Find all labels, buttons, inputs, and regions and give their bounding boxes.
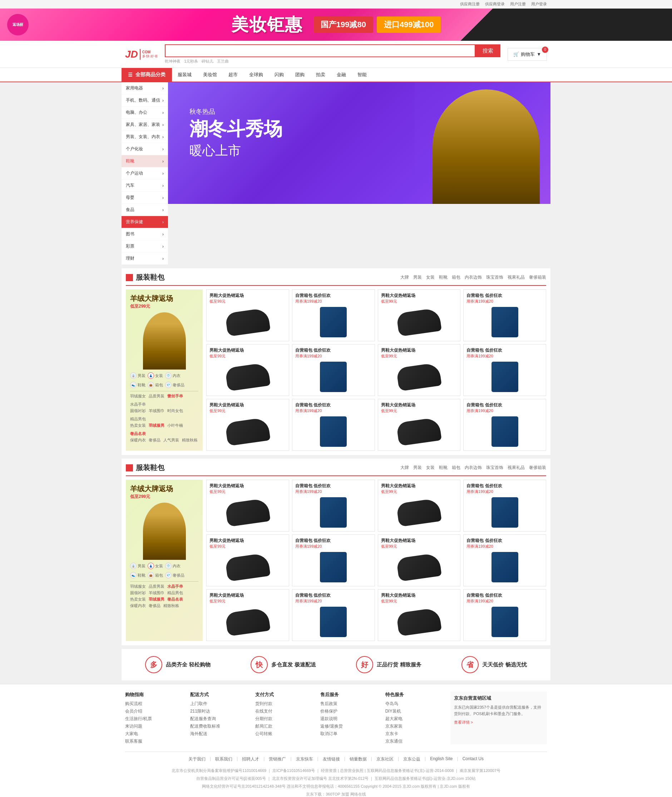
search-input[interactable] — [165, 44, 475, 57]
s2-product-4[interactable]: 男鞋大促热销返场 低至99元 — [206, 534, 289, 586]
sidebar-item-books[interactable]: 图书› — [122, 228, 168, 241]
footer-link-2-0[interactable]: 货到付款 — [255, 701, 315, 707]
section2-tab-4[interactable]: 箱包 — [452, 465, 461, 471]
hot-keyword-1[interactable]: 乾坤神夜 — [165, 59, 181, 64]
supplier-login-link[interactable]: 供应商登录 — [485, 2, 505, 7]
link-11[interactable]: 小叶牛楠 — [167, 423, 183, 428]
s2-product-6[interactable]: 男鞋大促热销返场 低至99元 — [378, 534, 461, 586]
footer-link-4-2[interactable]: 超大家电 — [385, 716, 445, 722]
link-1[interactable]: 羽绒服女 — [130, 393, 146, 399]
footer-nav-1[interactable]: 联系我们 — [215, 756, 232, 762]
nav-item-7[interactable]: 金融 — [331, 68, 352, 82]
s2-product-9[interactable]: 自营箱包 低价狂欢 用券满199减20 — [292, 589, 375, 641]
product-card-3[interactable]: 自营箱包 低价狂欢 用券满199减20 — [463, 289, 546, 341]
nav-item-0[interactable]: 服装城 — [172, 68, 197, 82]
link-7[interactable]: 时尚女包 — [167, 408, 183, 414]
section2-tab-3[interactable]: 鞋靴 — [439, 465, 448, 471]
s2-product-3[interactable]: 自营箱包 低价狂欢 用券满199减20 — [463, 480, 546, 532]
supplier-register-link[interactable]: 供应商注册 — [460, 2, 480, 7]
s2-product-5[interactable]: 自营箱包 低价狂欢 用券满199减20 — [292, 534, 375, 586]
link-8[interactable]: 精品男包 — [130, 416, 146, 422]
footer-nav-0[interactable]: 关于我们 — [188, 756, 206, 762]
cat-bags[interactable]: 👜 箱包 — [148, 382, 163, 388]
footer-link-2-4[interactable]: 公司转账 — [255, 731, 315, 737]
sidebar-item-home-appliance[interactable]: 家用电器› — [122, 82, 168, 95]
sidebar-item-baby[interactable]: 母婴› — [122, 192, 168, 204]
section2-tab-6[interactable]: 珠宝首饰 — [486, 465, 503, 471]
product-card-1[interactable]: 自营箱包 低价狂欢 用券满199减20 — [292, 289, 375, 341]
product-card-10[interactable]: 男鞋大促热销返场 低至99元 — [378, 399, 461, 451]
footer-link-2-1[interactable]: 在线支付 — [255, 708, 315, 714]
link-15[interactable]: 人气男装 — [163, 438, 179, 443]
footer-link-0-5[interactable]: 联系客服 — [125, 738, 185, 744]
section1-tab-6[interactable]: 珠宝首饰 — [486, 274, 503, 281]
cart-button[interactable]: 🛒 购物车 0 ▼ — [507, 48, 547, 61]
s2-product-8[interactable]: 男鞋大促热销返场 低至99元 — [206, 589, 289, 641]
sidebar-item-health[interactable]: 营养保健› — [122, 216, 168, 228]
product-card-0[interactable]: 男鞋大促热销返场 低至99元 — [206, 289, 289, 341]
footer-link-3-0[interactable]: 售后政策 — [320, 701, 380, 707]
nav-item-4[interactable]: 闪购 — [269, 68, 290, 82]
footer-view-more-link[interactable]: 查看详情 > — [454, 720, 543, 725]
section2-tab-0[interactable]: 大牌 — [400, 465, 409, 471]
section1-tab-7[interactable]: 视果礼品 — [507, 274, 525, 281]
section1-tab-0[interactable]: 大牌 — [400, 274, 409, 281]
cat-underwear[interactable]: 👕 内衣 — [165, 372, 181, 379]
section1-tab-8[interactable]: 奢侈箱装 — [529, 274, 546, 281]
link-4[interactable]: 水晶手串 — [130, 402, 146, 407]
footer-link-2-2[interactable]: 分期付款 — [255, 716, 315, 722]
footer-nav-7[interactable]: 京东社区 — [376, 756, 394, 762]
sidebar-item-clothing[interactable]: 男装、女装、内衣› — [122, 131, 168, 143]
nav-item-2[interactable]: 超市 — [223, 68, 243, 82]
section1-tab-3[interactable]: 鞋靴 — [439, 274, 448, 281]
link-5[interactable]: 圆领衬衫 — [130, 408, 146, 414]
cat2-bags[interactable]: 👜 箱包 — [148, 572, 163, 579]
hot-keyword-3[interactable]: 碎钻儿 — [202, 59, 213, 64]
s2-product-2[interactable]: 男鞋大促热销返场 低至99元 — [378, 480, 461, 532]
search-button[interactable]: 搜索 — [475, 44, 501, 57]
footer-nav-5[interactable]: 友情链接 — [323, 756, 340, 762]
footer-link-1-3[interactable]: 配送费收取标准 — [190, 723, 250, 730]
sidebar-item-beauty[interactable]: 个户化妆› — [122, 143, 168, 155]
cat2-shoes[interactable]: 👟 鞋靴 — [130, 572, 146, 579]
hot-keyword-4[interactable]: 王兰曲 — [217, 59, 229, 64]
sidebar-item-food[interactable]: 食品› — [122, 204, 168, 216]
link-9[interactable]: 热卖女装 — [130, 423, 146, 428]
section2-tab-1[interactable]: 男装 — [413, 465, 422, 471]
s2-product-11[interactable]: 自营箱包 低价狂欢 用券满199减20 — [463, 589, 546, 641]
footer-link-0-2[interactable]: 生活旅行/机票 — [125, 716, 185, 722]
s2-product-0[interactable]: 男鞋大促热销返场 低至99元 — [206, 480, 289, 532]
cat2-womenswear[interactable]: 👗 女装 — [148, 563, 163, 569]
link-13[interactable]: 保暖内衣 — [130, 438, 146, 443]
product-card-11[interactable]: 自营箱包 低价狂欢 用券满199减20 — [463, 399, 546, 451]
cat-menswear[interactable]: 👔 男装 — [130, 372, 146, 379]
footer-nav-2[interactable]: 招聘人才 — [242, 756, 259, 762]
section1-tab-4[interactable]: 箱包 — [452, 274, 461, 281]
footer-nav-4[interactable]: 京东快车 — [296, 756, 313, 762]
product-card-6[interactable]: 男鞋大促热销返场 低至99元 — [378, 344, 461, 396]
footer-link-4-4[interactable]: 京东卡 — [385, 731, 445, 737]
sidebar-item-furniture[interactable]: 家具、家居、家装› — [122, 119, 168, 131]
section2-tab-8[interactable]: 奢侈箱装 — [529, 465, 546, 471]
link-12-highlight[interactable]: 奢品名表 — [130, 431, 146, 436]
footer-link-0-0[interactable]: 购买流程 — [125, 701, 185, 707]
link-16[interactable]: 精致秋栋 — [182, 438, 198, 443]
footer-link-2-3[interactable]: 邮局汇款 — [255, 723, 315, 730]
cat2-menswear[interactable]: 👔 男装 — [130, 563, 146, 569]
footer-link-0-4[interactable]: 大家电 — [125, 731, 185, 737]
footer-link-0-3[interactable]: 来访问题 — [125, 723, 185, 730]
sidebar-item-car[interactable]: 汽车› — [122, 180, 168, 192]
footer-link-1-2[interactable]: 配送服务查询 — [190, 716, 250, 722]
section1-tab-1[interactable]: 男装 — [413, 274, 422, 281]
footer-link-1-0[interactable]: 上门取件 — [190, 701, 250, 707]
section2-tab-7[interactable]: 视果礼品 — [507, 465, 525, 471]
product-card-7[interactable]: 自营箱包 低价狂欢 用券满199减20 — [463, 344, 546, 396]
footer-link-4-0[interactable]: 夺岛鸟 — [385, 701, 445, 707]
footer-link-1-4[interactable]: 海外配送 — [190, 731, 250, 737]
product-card-5[interactable]: 自营箱包 低价狂欢 用券满199减20 — [292, 344, 375, 396]
product-card-8[interactable]: 男鞋大促热销返场 低至99元 — [206, 399, 289, 451]
product-card-2[interactable]: 男鞋大促热销返场 低至99元 — [378, 289, 461, 341]
sidebar-item-shoes[interactable]: 鞋靴› — [122, 155, 168, 167]
sidebar-item-sports[interactable]: 个户运动› — [122, 167, 168, 180]
link-14[interactable]: 奢侈品 — [149, 438, 160, 443]
